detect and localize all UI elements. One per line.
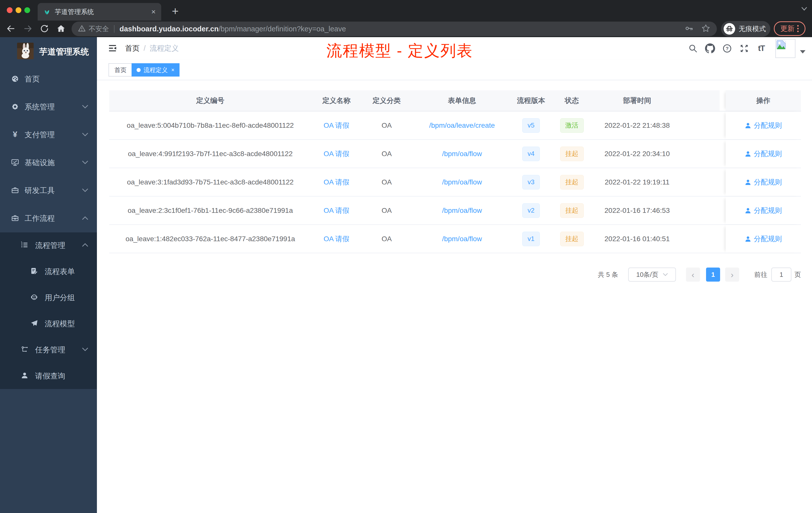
sidebar-item-label: 流程模型 [45,319,75,329]
filler-cell [680,140,720,168]
avatar[interactable] [775,39,795,58]
version-tag: v3 [522,175,540,189]
filler-cell [680,225,720,253]
bookmark-star-icon[interactable] [701,24,710,34]
status-cell: 挂起 [550,225,594,253]
tab-overflow-chevron-icon[interactable] [800,6,809,13]
form-info-link: /bpm/oa/flow [412,197,512,224]
assign-rule-button[interactable]: 分配规则 [745,234,782,244]
chevron-down-icon [82,348,88,352]
gutter-cell [720,197,726,224]
sidebar-collapse-icon[interactable] [108,44,117,54]
sidebar-logo[interactable]: 芋道管理系统 [0,37,97,65]
yen-icon: ¥ [10,130,20,140]
security-label[interactable]: 不安全 [89,24,109,33]
sidebar-item-leave-query[interactable]: 请假查询 [0,363,97,389]
new-tab-button[interactable]: + [168,3,183,19]
update-browser-button[interactable]: 更新 [774,21,806,36]
assign-rule-button[interactable]: 分配规则 [745,206,782,215]
sidebar-item-workflow[interactable]: 工作流程 [0,205,97,233]
sidebar: 芋道管理系统 首页 系统管理 ¥ 支付管理 [0,37,97,513]
sidebar-item-process-form[interactable]: 流程表单 [0,259,97,284]
version-tag: v1 [522,232,540,246]
deploy-time-cell: 2022-01-16 17:46:53 [594,197,680,224]
sidebar-item-system[interactable]: 系统管理 [0,93,97,121]
robot-icon [30,293,39,302]
reload-icon[interactable] [40,24,49,34]
sidebar-item-process-management[interactable]: 流程管理 [0,233,97,259]
breadcrumb-home[interactable]: 首页 [125,43,140,54]
form-info-link: /bpm/oa/leave/create [412,112,512,139]
sidebar-item-label: 流程表单 [45,267,75,277]
back-icon[interactable] [6,24,16,34]
sidebar-item-payment[interactable]: ¥ 支付管理 [0,121,97,149]
close-window-button[interactable] [7,7,12,13]
goto-label: 前往 [754,270,767,279]
sidebar-item-task-management[interactable]: 任务管理 [0,337,97,363]
action-cell: 分配规则 [726,168,801,196]
github-icon[interactable] [701,43,719,54]
status-tag: 挂起 [560,203,584,218]
next-page-button[interactable]: › [725,268,739,281]
tag-close-icon[interactable]: × [171,67,174,73]
avatar-dropdown-caret-icon[interactable] [800,50,806,54]
fullscreen-icon[interactable] [736,44,753,53]
tag-process-definition[interactable]: 流程定义 × [132,63,179,77]
tag-label: 流程定义 [144,66,168,74]
font-size-icon[interactable]: tT [753,44,770,53]
gear-icon [10,102,20,112]
page-size-select[interactable]: 10条/页 [628,268,676,281]
person-icon [20,371,29,381]
filler-cell [680,197,720,224]
key-icon[interactable] [685,24,694,34]
sidebar-item-label: 用户分组 [45,293,75,303]
tab-close-icon[interactable]: × [151,8,156,16]
url-text[interactable]: dashboard.yudao.iocoder.cn/bpm/manager/d… [119,25,680,33]
tag-home[interactable]: 首页 [109,63,133,77]
url-domain: dashboard.yudao.iocoder.cn [119,25,219,33]
column-header: 定义分类 [361,90,412,111]
scroll-gutter [720,90,726,111]
chevron-down-icon [82,105,88,110]
home-icon[interactable] [56,24,66,34]
help-icon[interactable]: ? [719,43,736,54]
sidebar-item-label: 系统管理 [25,102,55,112]
definition-category-cell: OA [361,140,412,168]
page-1-button[interactable]: 1 [706,268,720,281]
toolbox-icon [10,186,20,195]
sidebar-item-home[interactable]: 首页 [0,65,97,93]
assign-rule-button[interactable]: 分配规则 [745,177,782,187]
sidebar-item-devtools[interactable]: 研发工具 [0,177,97,205]
sidebar-item-process-model[interactable]: 流程模型 [0,311,97,337]
sidebar-item-infrastructure[interactable]: 基础设施 [0,149,97,177]
assign-rule-button[interactable]: 分配规则 [745,149,782,159]
more-menu-icon[interactable] [797,24,799,33]
version-cell: v3 [512,168,550,196]
user-icon [745,151,751,157]
minimize-window-button[interactable] [16,7,21,13]
breadcrumb-separator: / [144,44,146,53]
column-header: 定义编号 [109,90,311,111]
gutter-cell [720,140,726,168]
version-cell: v5 [512,112,550,139]
status-tag: 挂起 [560,232,584,246]
prev-page-button[interactable]: ‹ [686,268,700,281]
goto-page-input[interactable] [771,268,791,281]
incognito-icon [724,23,735,35]
table-header-row: 定义编号 定义名称 定义分类 表单信息 流程版本 状态 部署时间 操作 [109,90,801,112]
sidebar-item-user-group[interactable]: 用户分组 [0,284,97,311]
search-icon[interactable] [685,44,701,53]
column-header: 定义名称 [311,90,361,111]
assign-rule-button[interactable]: 分配规则 [745,121,782,130]
definition-name-link: OA 请假 [311,197,361,224]
status-cell: 挂起 [550,197,594,224]
form-icon [30,267,39,276]
app-logo-rabbit-avatar [17,43,34,59]
page-annotation-title: 流程模型 - 定义列表 [326,40,473,61]
sidebar-item-label: 首页 [25,74,40,84]
zoom-window-button[interactable] [24,7,30,13]
browser-tab[interactable]: 芋道管理系统 × [38,3,161,21]
address-bar[interactable]: 不安全 dashboard.yudao.iocoder.cn/bpm/manag… [71,22,717,36]
svg-text:?: ? [726,46,729,51]
forward-icon[interactable] [23,24,33,34]
